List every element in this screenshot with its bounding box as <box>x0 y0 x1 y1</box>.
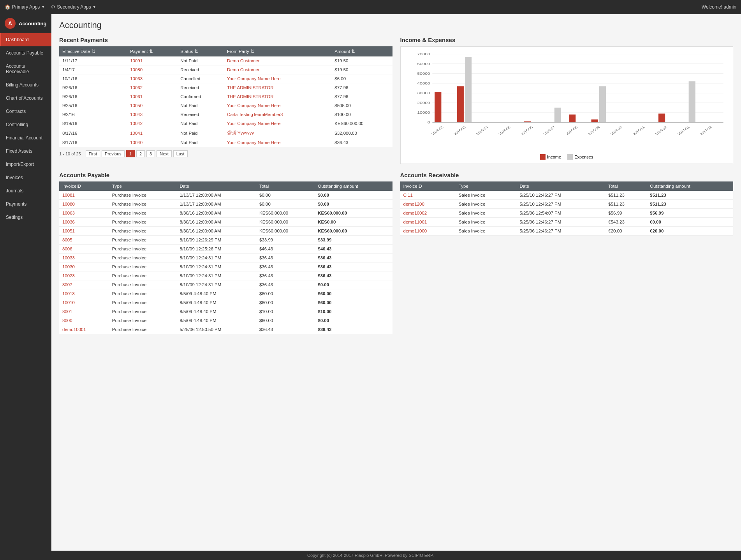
payment-link[interactable]: 10043 <box>130 112 143 117</box>
outstanding-cell: $33.99 <box>315 236 392 245</box>
sidebar-item-billing-accounts[interactable]: Billing Accounts <box>0 78 51 92</box>
sidebar-item-settings[interactable]: Settings <box>0 211 51 224</box>
payment-link[interactable]: 10062 <box>130 85 143 90</box>
party-link[interactable]: Demo Customer <box>227 58 260 63</box>
page-1-btn[interactable]: 1 <box>126 150 135 157</box>
party-link[interactable]: Your Company Name Here <box>227 76 281 81</box>
amount-cell: $6.00 <box>331 74 392 83</box>
outstanding-cell: $10.00 <box>315 307 392 316</box>
invoice-id-link[interactable]: demo10001 <box>62 327 86 332</box>
invoice-id-link[interactable]: demo10002 <box>403 211 427 215</box>
sidebar-item-accounts-payable[interactable]: Accounts Payable <box>0 46 51 60</box>
invoice-id-link[interactable]: 10081 <box>62 193 75 197</box>
svg-text:0: 0 <box>427 121 430 124</box>
party-link[interactable]: Your Company Name Here <box>227 140 281 145</box>
invoice-id-link[interactable]: 10030 <box>62 264 75 269</box>
payment-link[interactable]: 10040 <box>130 140 143 145</box>
table-row: 8/17/1610040Not PaidYour Company Name He… <box>59 138 393 147</box>
pagination-last-btn[interactable]: Last <box>173 150 188 157</box>
sidebar-item-contracts[interactable]: Contracts <box>0 105 51 118</box>
sidebar-item-chart-of-accounts[interactable]: Chart of Accounts <box>0 92 51 105</box>
expenses-legend-label: Expenses <box>574 155 593 159</box>
svg-text:2016-02: 2016-02 <box>430 125 444 136</box>
payment-link[interactable]: 10063 <box>130 76 143 81</box>
party-link[interactable]: Demo Customer <box>227 67 260 72</box>
type-cell: Purchase Invoice <box>109 245 177 254</box>
table-row: 8001Purchase Invoice8/5/09 4:48:40 PM$10… <box>59 307 393 316</box>
total-cell: $0.00 <box>256 191 315 200</box>
invoice-id-link[interactable]: 10033 <box>62 255 75 260</box>
invoice-id-link[interactable]: 10013 <box>62 291 75 296</box>
amount-cell: $19.50 <box>331 56 392 65</box>
date-cell: 5/25/10 12:46:27 PM <box>516 200 605 209</box>
page-2-btn[interactable]: 2 <box>136 150 145 157</box>
status-cell: Not Paid <box>177 119 224 128</box>
invoice-id-link[interactable]: 10036 <box>62 220 75 224</box>
sidebar-item-fixed-assets[interactable]: Fixed Assets <box>0 144 51 158</box>
payment-link[interactable]: 10050 <box>130 103 143 108</box>
pagination-first-btn[interactable]: First <box>86 150 100 157</box>
svg-text:2016-03: 2016-03 <box>453 125 466 136</box>
table-row: 10/1/1610063CancelledYour Company Name H… <box>59 74 393 83</box>
pagination-next-btn[interactable]: Next <box>157 150 172 157</box>
invoice-id-link[interactable]: 10051 <box>62 229 75 233</box>
invoice-id-link[interactable]: CI11 <box>403 193 413 197</box>
sidebar-item-import/export[interactable]: Import/Export <box>0 158 51 171</box>
sidebar-item-accounts-receivable[interactable]: Accounts Receivable <box>0 60 51 78</box>
sidebar-item-dashboard[interactable]: Dashboard <box>0 33 51 46</box>
table-row: 8006Purchase Invoice8/10/09 12:25:26 PM$… <box>59 245 393 254</box>
date-cell: 8/17/16 <box>59 138 127 147</box>
party-link[interactable]: THE ADMINISTRATOR <box>227 85 274 90</box>
invoice-id-link[interactable]: 8007 <box>62 282 72 287</box>
sidebar-logo: A Accounting <box>0 14 51 33</box>
sidebar-item-invoices[interactable]: Invoices <box>0 171 51 184</box>
party-link[interactable]: Your Company Name Here <box>227 121 281 126</box>
party-link[interactable]: THE ADMINISTRATOR <box>227 94 274 99</box>
invoice-id-link[interactable]: 8006 <box>62 247 72 251</box>
pagination-previous-btn[interactable]: Previous <box>102 150 125 157</box>
party-link[interactable]: Carla TestingTeamMember3 <box>227 112 283 117</box>
total-cell: $36.43 <box>256 254 315 262</box>
sidebar-item-controlling[interactable]: Controlling <box>0 118 51 131</box>
sidebar: A Accounting DashboardAccounts PayableAc… <box>0 14 51 551</box>
primary-apps-menu[interactable]: 🏠 Primary Apps ▼ <box>5 4 45 10</box>
invoice-id-link[interactable]: 10010 <box>62 300 75 305</box>
payment-link[interactable]: 10080 <box>130 67 143 72</box>
primary-apps-label: Primary Apps <box>12 4 40 10</box>
payment-link[interactable]: 10061 <box>130 94 143 99</box>
invoice-id-link[interactable]: 8005 <box>62 238 72 242</box>
pagination: 1 - 10 of 25FirstPrevious123NextLast <box>59 150 393 157</box>
secondary-apps-menu[interactable]: ⚙ Secondary Apps ▼ <box>51 4 96 10</box>
table-row: 1/4/1710080ReceivedDemo Customer$19.50 <box>59 65 393 74</box>
invoice-id-link[interactable]: 10023 <box>62 273 75 278</box>
sidebar-item-payments[interactable]: Payments <box>0 197 51 211</box>
party-link[interactable]: Your Company Name Here <box>227 103 281 108</box>
type-cell: Purchase Invoice <box>109 316 177 325</box>
date-cell: 8/10/09 12:25:26 PM <box>176 245 256 254</box>
sidebar-item-journals[interactable]: Journals <box>0 184 51 197</box>
date-cell: 8/10/09 12:24:31 PM <box>176 262 256 271</box>
payment-link[interactable]: 10091 <box>130 58 143 63</box>
date-cell: 8/30/16 12:00:00 AM <box>176 209 256 218</box>
payment-link[interactable]: 10041 <box>130 131 143 136</box>
page-title: Accounting <box>59 20 733 30</box>
invoice-id-link[interactable]: demo11000 <box>403 229 427 233</box>
chart-svg: 0100002000030000400005000060000700002016… <box>405 51 729 152</box>
invoice-id-link[interactable]: 10063 <box>62 211 75 215</box>
page-3-btn[interactable]: 3 <box>146 150 155 157</box>
outstanding-cell: $36.43 <box>315 262 392 271</box>
sidebar-item-financial-account[interactable]: Financial Account <box>0 131 51 144</box>
payment-link[interactable]: 10042 <box>130 121 143 126</box>
party-link[interactable]: 彅彅 Yyyyyyy <box>227 130 254 135</box>
invoice-id-link[interactable]: 8000 <box>62 318 72 323</box>
income-legend-label: Income <box>547 155 561 159</box>
svg-rect-23 <box>554 108 561 123</box>
invoice-id-link[interactable]: demo11001 <box>403 220 427 224</box>
svg-text:70000: 70000 <box>417 52 430 56</box>
date-cell: 9/2/16 <box>59 110 127 119</box>
invoice-id-link[interactable]: demo1200 <box>403 202 424 206</box>
outstanding-cell: $36.43 <box>315 325 392 334</box>
invoice-id-link[interactable]: 10080 <box>62 202 75 206</box>
invoice-id-link[interactable]: 8001 <box>62 309 72 314</box>
amount-cell: $77.96 <box>331 83 392 92</box>
